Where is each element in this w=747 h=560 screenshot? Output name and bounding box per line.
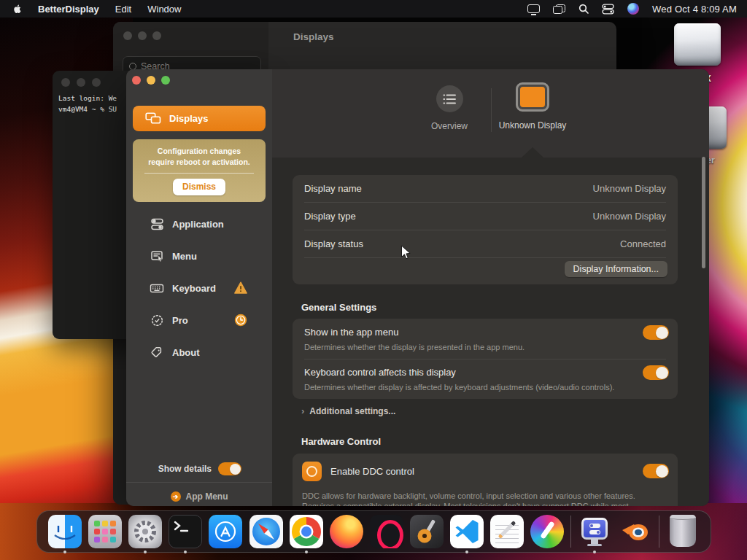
scrollbar[interactable] [702, 157, 705, 268]
sidebar-item-application[interactable]: Application [126, 214, 272, 234]
zoom-icon[interactable] [152, 31, 161, 40]
dock-chrome-icon[interactable] [290, 513, 323, 550]
warning-icon [233, 281, 248, 295]
sidebar-item-menu[interactable]: Menu [126, 246, 272, 266]
dock-garageband-icon[interactable] [410, 513, 444, 550]
dock-separator [570, 516, 571, 548]
dock-trash-icon[interactable] [666, 513, 700, 550]
dismiss-button[interactable]: Dismiss [173, 179, 225, 195]
menubar-menu-edit[interactable]: Edit [115, 4, 131, 15]
show-details-row: Show details [126, 462, 241, 475]
sidebar-item-keyboard[interactable]: Keyboard [126, 278, 272, 298]
show-in-app-menu-toggle[interactable] [643, 325, 669, 340]
dock-blender-icon[interactable] [619, 513, 652, 550]
setting-title: Enable DDC control [330, 466, 414, 477]
betterdisplay-window[interactable]: Displays Configuration changes require r… [126, 69, 709, 506]
menubar-menu-window[interactable]: Window [147, 4, 181, 15]
sidebar-item-displays[interactable]: Displays [133, 106, 266, 131]
mouse-cursor [400, 245, 412, 264]
dock-finder-icon[interactable] [48, 513, 82, 550]
clock-badge-icon [233, 313, 248, 327]
minimize-icon[interactable] [77, 78, 85, 87]
additional-settings-link[interactable]: › Additional settings... [301, 405, 395, 416]
traffic-lights[interactable] [132, 76, 170, 85]
row-divider [304, 257, 666, 258]
app-menu-icon: ➔ [171, 491, 181, 502]
section-title-general: General Settings [301, 302, 376, 313]
sidebar-item-label: Application [172, 219, 224, 230]
sliders-icon [150, 217, 164, 231]
menubar-clock[interactable]: Wed Oct 4 8:09 AM [652, 4, 737, 15]
menubar-app-name[interactable]: BetterDisplay [38, 4, 99, 15]
dock-terminal-icon[interactable] [169, 513, 202, 550]
sidebar-item-pro[interactable]: Pro [126, 310, 272, 330]
settings-window-title: Displays [293, 31, 334, 42]
apple-menu-icon[interactable] [12, 3, 22, 15]
display-status-icon[interactable] [527, 4, 540, 13]
zoom-icon[interactable] [161, 76, 170, 85]
setting-description: Determines whether the display is presen… [304, 343, 525, 351]
dock-firefox-icon[interactable] [330, 513, 363, 550]
chevron-right-icon: › [301, 405, 304, 416]
general-settings-card: Show in the app menu Determines whether … [293, 319, 678, 399]
keyboard-control-toggle[interactable] [643, 365, 669, 380]
minimize-icon[interactable] [147, 76, 155, 85]
displays-icon [145, 112, 161, 125]
notice-line: Configuration changes [133, 146, 266, 157]
siri-icon[interactable] [627, 3, 639, 15]
info-row-type: Display type Unknown Display [293, 203, 678, 230]
additional-settings-label: Additional settings... [309, 406, 395, 416]
info-row-status: Display status Connected [293, 230, 678, 257]
spotlight-search-icon[interactable] [578, 4, 589, 14]
dock-launchpad-icon[interactable] [88, 513, 122, 550]
overview-list-icon [436, 85, 463, 112]
tab-overview[interactable]: Overview [418, 85, 481, 131]
show-details-label: Show details [158, 464, 212, 474]
minimize-icon[interactable] [138, 31, 147, 40]
enable-ddc-toggle[interactable] [643, 464, 669, 478]
control-center-icon[interactable] [602, 4, 614, 15]
dock-opera-gx-icon[interactable] [370, 513, 403, 550]
dock-separator [659, 516, 659, 548]
close-icon[interactable] [132, 76, 141, 85]
dock-system-settings-icon[interactable] [128, 513, 162, 550]
sidebar-item-label: Keyboard [172, 283, 216, 294]
dock-krita-icon[interactable] [530, 513, 564, 550]
menu-cursor-icon [150, 249, 164, 263]
row-value: Unknown Display [593, 211, 666, 222]
desktop: IX er Search Displays Last login: Wevm4@… [0, 0, 747, 560]
app-menu-button[interactable]: ➔ App Menu [126, 488, 272, 505]
setting-title: Show in the app menu [304, 327, 398, 338]
config-notice: Configuration changes require reboot or … [133, 139, 266, 202]
settings-traffic-lights[interactable] [123, 31, 161, 40]
dock-betterdisplay-icon[interactable] [578, 513, 611, 550]
sidebar-item-label: Displays [169, 113, 208, 124]
notice-divider [144, 173, 254, 174]
ddc-card: Enable DDC control DDC allows for hardwa… [293, 454, 678, 506]
seal-check-icon [150, 313, 164, 327]
tab-separator [491, 88, 492, 132]
brightness-icon [302, 462, 322, 481]
tag-icon [150, 345, 164, 359]
close-icon[interactable] [61, 78, 70, 87]
close-icon[interactable] [123, 31, 132, 40]
info-row-name: Display name Unknown Display [293, 175, 678, 202]
zoom-icon[interactable] [92, 78, 101, 87]
dock-textedit-icon[interactable] [490, 513, 524, 550]
dock-safari-icon[interactable] [249, 513, 283, 550]
external-drive-icon[interactable] [674, 23, 721, 66]
setting-description: Determines whether display is affected b… [304, 383, 614, 392]
tab-unknown-display[interactable]: Unknown Display [497, 82, 568, 131]
sidebar-footer-divider [126, 482, 272, 483]
dock-app-store-icon[interactable] [209, 513, 242, 550]
row-divider [304, 359, 666, 359]
show-details-toggle[interactable] [218, 462, 241, 475]
tab-label: Unknown Display [499, 120, 567, 131]
dock-vscode-icon[interactable] [450, 513, 484, 550]
main-content: Overview Unknown Display Display name Un… [272, 69, 709, 506]
sidebar-item-about[interactable]: About [126, 342, 272, 362]
row-label: Display name [304, 183, 362, 194]
stage-manager-icon[interactable] [553, 4, 565, 14]
display-information-button[interactable]: Display Information... [565, 261, 667, 277]
terminal-traffic-lights[interactable] [61, 78, 101, 87]
